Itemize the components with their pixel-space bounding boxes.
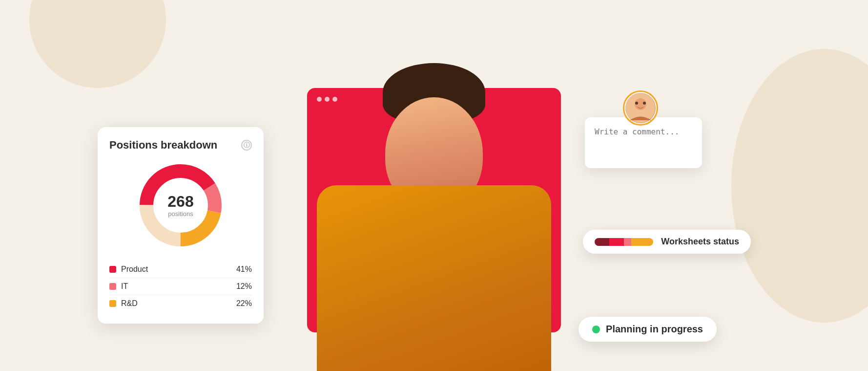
worksheets-label: Worksheets status	[661, 237, 739, 247]
legend-item-it: IT 12%	[109, 278, 252, 295]
planning-status-text: Planning in progress	[606, 324, 703, 335]
ws-segment-dark-red	[595, 238, 609, 246]
person-photo	[292, 9, 576, 371]
ws-segment-pink	[624, 238, 631, 246]
legend-name-rd: R&D	[121, 299, 138, 308]
legend-left: Product	[109, 265, 148, 274]
positions-breakdown-card: Positions breakdown ⓘ 268 positions	[98, 127, 264, 324]
planning-status-dot	[592, 326, 600, 333]
avatar	[625, 93, 656, 123]
legend-item-rd: R&D 22%	[109, 295, 252, 312]
worksheets-status-badge: Worksheets status	[583, 230, 751, 254]
legend-name-it: IT	[121, 282, 128, 291]
legend-left-it: IT	[109, 282, 128, 291]
bg-blob-top-left	[29, 0, 166, 88]
legend-dot-it	[109, 283, 116, 290]
legend-name-product: Product	[121, 265, 148, 274]
legend-pct-product: 41%	[236, 265, 252, 274]
info-icon[interactable]: ⓘ	[241, 140, 252, 151]
bg-blob-right	[731, 49, 868, 323]
legend-pct-rd: 22%	[236, 299, 252, 308]
donut-center: 268 positions	[167, 194, 193, 218]
donut-label: positions	[167, 210, 193, 218]
donut-number: 268	[167, 194, 193, 209]
legend-dot-product	[109, 266, 116, 273]
legend-left-rd: R&D	[109, 299, 138, 308]
svg-point-7	[635, 102, 638, 105]
worksheets-progress-bar	[595, 238, 653, 246]
planning-in-progress-badge: Planning in progress	[579, 317, 717, 342]
donut-chart-container: 268 positions	[109, 161, 252, 249]
legend-dot-rd	[109, 300, 116, 307]
card-header: Positions breakdown ⓘ	[109, 139, 252, 152]
legend: Product 41% IT 12% R&D 22%	[109, 261, 252, 312]
comment-input[interactable]	[595, 127, 692, 156]
ws-segment-orange	[631, 238, 653, 246]
avatar-container	[623, 90, 658, 126]
avatar-ring	[623, 90, 658, 126]
legend-item-product: Product 41%	[109, 261, 252, 278]
svg-point-8	[643, 102, 646, 105]
ws-segment-red	[609, 238, 624, 246]
avatar-svg	[626, 93, 655, 123]
legend-pct-it: 12%	[236, 282, 252, 291]
card-title: Positions breakdown	[109, 139, 217, 152]
person-shirt	[317, 185, 551, 371]
